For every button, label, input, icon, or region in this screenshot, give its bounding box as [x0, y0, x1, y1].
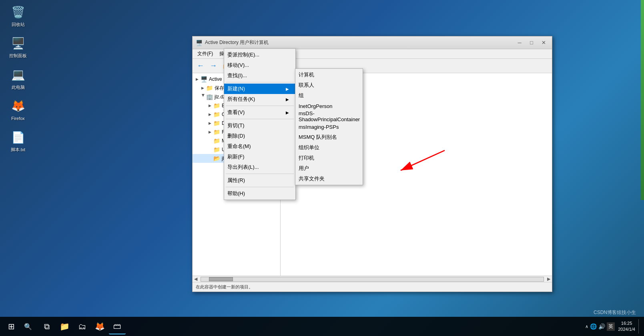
hscroll-right-arrow[interactable]: ▶ — [546, 276, 552, 282]
hscroll-left-arrow[interactable]: ◀ — [193, 276, 199, 282]
desktop-icon-this-pc[interactable]: 💻 此电脑 — [4, 67, 32, 90]
recycle-bin-icon: 🗑️ — [10, 4, 26, 20]
start-button[interactable]: ⊞ — [3, 318, 19, 334]
horizontal-scrollbar[interactable]: ◀ ▶ — [193, 276, 552, 282]
folder-icon-saved: 📁 — [206, 85, 213, 91]
taskbar-aduc-icon: 🗃 — [113, 322, 121, 331]
toolbar-forward-button[interactable]: → — [208, 61, 219, 71]
submenu-new-group[interactable]: 组 — [295, 90, 363, 101]
task-view-icon: ⧉ — [44, 322, 50, 331]
ctx-delegate[interactable]: 委派控制(E)... — [224, 50, 295, 60]
ctx-new[interactable]: 新建(N) ▶ — [224, 84, 295, 94]
minimize-button[interactable]: ─ — [514, 39, 525, 47]
hscroll-thumb[interactable] — [209, 277, 233, 281]
ctx-new-arrow: ▶ — [286, 87, 289, 91]
ctx-refresh[interactable]: 刷新(F) — [224, 152, 295, 162]
ctx-delete[interactable]: 删除(D) — [224, 131, 295, 141]
taskbar-file-explorer[interactable]: 📁 — [56, 318, 73, 334]
ctx-rename[interactable]: 重命名(M) — [224, 141, 295, 152]
folder-icon-fo: 📁 — [213, 129, 220, 135]
search-icon: 🔍 — [24, 323, 32, 330]
folder-icon-do: 📁 — [213, 120, 220, 126]
firefox-label: Firefox — [11, 116, 25, 121]
expand-icon-bu: ▶ — [207, 103, 213, 108]
expand-icon-jlzdz: ▶ — [200, 94, 205, 100]
expand-icon-co: ▶ — [207, 112, 213, 117]
submenu-new-shared-folder[interactable]: 共享文件夹 — [295, 174, 363, 184]
submenu-new-inetorgperson[interactable]: InetOrgPerson — [295, 101, 363, 111]
script-icon: 📄 — [10, 129, 26, 145]
folder-icon-jlzdz: 🏢 — [206, 94, 213, 100]
folder-icon-bu: 📁 — [213, 102, 220, 109]
submenu-new-org-unit[interactable]: 组织单位 — [295, 142, 363, 153]
this-pc-icon: 💻 — [10, 67, 26, 83]
submenu-new-contact[interactable]: 联系人 — [295, 80, 363, 90]
taskbar-aduc[interactable]: 🗃 — [109, 318, 126, 334]
tray-lang-indicator[interactable]: 英 — [607, 322, 615, 331]
hscroll-track[interactable] — [201, 277, 544, 282]
explorer2-icon: 🗂 — [78, 322, 86, 331]
vertical-scrollbar-edge[interactable] — [641, 0, 644, 200]
ctx-all-tasks[interactable]: 所有任务(K) ▶ — [224, 94, 295, 104]
control-panel-label: 控制面板 — [9, 53, 27, 58]
close-button[interactable]: ✕ — [538, 39, 549, 47]
ctx-properties[interactable]: 属性(R) — [224, 175, 295, 186]
expand-icon-fo: ▶ — [207, 129, 213, 135]
folder-icon-m: 📁 — [213, 138, 220, 144]
recycle-bin-label: 回收站 — [12, 22, 25, 27]
window-controls: ─ □ ✕ — [514, 39, 549, 47]
desktop-icon-control-panel[interactable]: 🖥️ 控制面板 — [4, 35, 32, 58]
ctx-view[interactable]: 查看(V) ▶ — [224, 107, 295, 118]
taskbar-explorer2[interactable]: 🗂 — [74, 318, 90, 334]
window-title: Active Directory 用户和计算机 — [205, 39, 514, 46]
this-pc-label: 此电脑 — [12, 84, 25, 90]
submenu-new-msmq[interactable]: MSMQ 队列别名 — [295, 132, 363, 142]
taskbar-firefox[interactable]: 🦊 — [91, 318, 108, 334]
script-label: 脚本.txt — [11, 147, 26, 152]
watermark-text: CSDN博客炫技小生 — [594, 310, 636, 315]
taskbar-task-view[interactable]: ⧉ — [38, 318, 55, 334]
window-statusbar: 在此容器中创建一新的项目。 — [193, 282, 552, 292]
submenu-new-printer[interactable]: 打印机 — [295, 153, 363, 163]
tray-volume-icon[interactable]: 🔊 — [598, 323, 605, 330]
desktop-icon-firefox[interactable]: 🦊 Firefox — [4, 98, 32, 121]
toolbar-back-button[interactable]: ← — [195, 61, 206, 71]
tray-arrow-icon[interactable]: ∧ — [585, 324, 588, 329]
desktop-icon-recycle-bin[interactable]: 🗑️ 回收站 — [4, 4, 32, 27]
maximize-button[interactable]: □ — [526, 39, 537, 47]
window-title-icon: 🖥️ — [196, 40, 203, 46]
window-titlebar: 🖥️ Active Directory 用户和计算机 ─ □ ✕ — [193, 36, 552, 49]
ctx-sep-5 — [226, 187, 294, 187]
file-explorer-icon: 📁 — [60, 322, 70, 331]
menu-file[interactable]: 文件(F) — [194, 50, 216, 58]
ctx-sep-2 — [226, 106, 294, 106]
ctx-export[interactable]: 导出列表(L)... — [224, 162, 295, 172]
clock-date: 2024/1/4 — [618, 326, 635, 332]
start-icon: ⊞ — [8, 322, 15, 331]
desktop-icon-script[interactable]: 📄 脚本.txt — [4, 129, 32, 152]
ctx-view-arrow: ▶ — [286, 110, 289, 115]
taskbar-items: ⧉ 📁 🗂 🦊 🗃 — [38, 318, 585, 334]
status-text: 在此容器中创建一新的项目。 — [196, 284, 253, 290]
submenu-new-msimaging[interactable]: msImaging-PSPs — [295, 122, 363, 132]
ctx-find[interactable]: 查找(I)... — [224, 70, 295, 81]
clock-time: 16:25 — [618, 320, 635, 326]
show-desktop-button[interactable] — [638, 319, 641, 334]
ctx-all-tasks-arrow: ▶ — [286, 97, 289, 102]
submenu-new-msds-shadow[interactable]: msDS-ShadowPrincipalContainer — [295, 111, 363, 122]
tray-network-icon[interactable]: 🌐 — [590, 323, 597, 330]
firefox-icon: 🦊 — [10, 98, 26, 114]
ctx-help[interactable]: 帮助(H) — [224, 188, 295, 199]
folder-icon-co: 📁 — [213, 111, 220, 118]
watermark: CSDN博客炫技小生 — [594, 309, 636, 316]
ctx-cut[interactable]: 剪切(T) — [224, 120, 295, 131]
submenu-new-user[interactable]: 用户 — [295, 163, 363, 174]
folder-icon: 🖥️ — [201, 76, 207, 82]
search-button[interactable]: 🔍 — [21, 319, 35, 334]
taskbar-clock[interactable]: 16:25 2024/1/4 — [618, 320, 635, 333]
folder-icon-jlz: 📂 — [213, 155, 220, 162]
desktop: 🗑️ 回收站 🖥️ 控制面板 💻 此电脑 🦊 Firefox 📄 脚本.txt … — [0, 0, 644, 336]
ctx-sep-1 — [226, 82, 294, 82]
submenu-new-computer[interactable]: 计算机 — [295, 70, 363, 80]
ctx-move[interactable]: 移动(V)... — [224, 60, 295, 70]
